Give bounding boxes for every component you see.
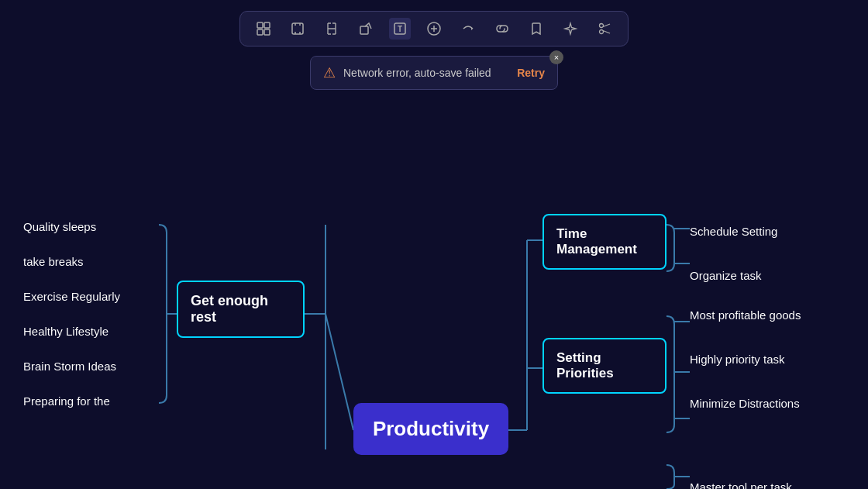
time-management-node[interactable]: Time Management <box>542 214 666 270</box>
link-icon[interactable] <box>491 18 513 40</box>
list-item: Healthy Lifestyle <box>23 314 120 349</box>
warning-icon: ⚠ <box>323 64 336 81</box>
list-item: Schedule Setting <box>690 209 777 253</box>
scissors-icon[interactable] <box>594 18 615 40</box>
error-toast: ⚠ Network error, auto-save failed Retry … <box>310 56 558 90</box>
svg-rect-1 <box>264 22 270 28</box>
frame-tool-icon[interactable] <box>287 18 308 40</box>
left-items-list: Quality sleeps take breaks Exercise Regu… <box>23 209 120 418</box>
bottom-right-subitems: Master tool per task <box>690 465 792 489</box>
retry-button[interactable]: Retry <box>517 67 545 79</box>
ai-sparkle-icon[interactable] <box>560 18 581 40</box>
list-item: Most profitable goods <box>690 293 801 337</box>
list-item: Exercise Regularly <box>23 279 120 314</box>
list-item: Quality sleeps <box>23 209 120 244</box>
svg-point-16 <box>600 24 604 28</box>
bookmark-icon[interactable] <box>525 18 547 40</box>
svg-rect-0 <box>257 22 263 28</box>
list-item: Brain Storm Ideas <box>23 349 120 384</box>
list-item: Preparing for the <box>23 384 120 418</box>
time-management-subitems: Schedule Setting Organize task <box>690 209 777 298</box>
error-message: Network error, auto-save failed <box>343 67 509 79</box>
list-item: Minimize Distractions <box>690 381 801 425</box>
svg-rect-9 <box>360 26 368 34</box>
text-cursor-icon[interactable] <box>321 18 343 40</box>
connect-icon[interactable] <box>457 18 479 40</box>
svg-rect-4 <box>292 23 303 34</box>
svg-point-17 <box>600 30 604 34</box>
svg-rect-2 <box>257 29 263 35</box>
svg-line-21 <box>326 314 353 430</box>
add-icon[interactable] <box>423 18 445 40</box>
list-item: take breaks <box>23 244 120 279</box>
toolbar: T <box>239 11 629 46</box>
svg-text:T: T <box>398 25 402 33</box>
setting-priorities-node[interactable]: Setting Priorities <box>542 338 666 394</box>
svg-line-18 <box>603 24 610 27</box>
list-item: Highly priority task <box>690 337 801 381</box>
setting-priorities-subitems: Most profitable goods Highly priority ta… <box>690 293 801 425</box>
close-toast-button[interactable]: × <box>549 50 563 64</box>
list-item: Organize task <box>690 253 777 298</box>
list-item: Master tool per task <box>690 465 792 489</box>
productivity-node[interactable]: Productivity <box>353 403 508 455</box>
select-tool-icon[interactable] <box>253 18 274 40</box>
get-enough-rest-node[interactable]: Get enough rest <box>177 281 305 338</box>
svg-line-19 <box>603 31 610 34</box>
shape-tool-icon[interactable] <box>355 18 377 40</box>
type-bold-icon[interactable]: T <box>389 18 411 40</box>
svg-rect-3 <box>264 29 270 35</box>
